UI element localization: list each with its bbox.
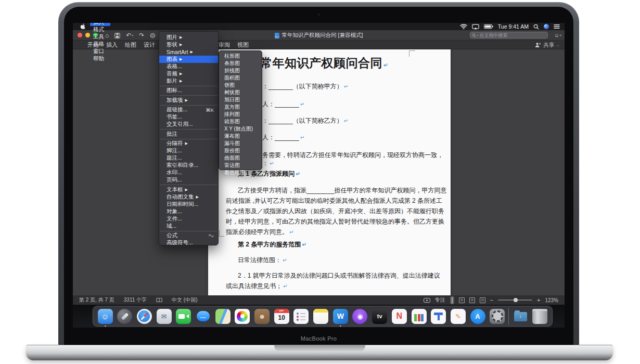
menu-item-add-ins[interactable]: 加载项 ▶ bbox=[159, 97, 218, 104]
menu-item-text-box[interactable]: 文本框 ▶ bbox=[159, 186, 218, 193]
submenu-item-funnel-chart[interactable]: 漏斗图 bbox=[219, 140, 262, 147]
messages-icon[interactable]: … bbox=[195, 308, 211, 324]
menu-window[interactable]: 窗口 bbox=[90, 48, 110, 55]
menu-item-object[interactable]: 对象... bbox=[159, 208, 218, 215]
mail-icon[interactable]: ✉ bbox=[156, 308, 172, 324]
menu-item-chart[interactable]: 图表 ▶ bbox=[159, 56, 218, 63]
submenu-item-area-chart[interactable]: 面积图 bbox=[219, 74, 262, 82]
submenu-item-column-chart[interactable]: 柱形图 bbox=[219, 53, 262, 60]
launchpad-icon[interactable] bbox=[117, 308, 133, 324]
menu-item-file[interactable]: 文件... bbox=[159, 215, 218, 223]
menu-item-advanced-symbol[interactable]: 高级符号... bbox=[159, 239, 218, 246]
trash-icon[interactable] bbox=[532, 308, 548, 324]
menu-item-equation[interactable]: 公式 ^= bbox=[159, 232, 218, 239]
document-search-field[interactable]: ▾ bbox=[470, 32, 548, 38]
document-canvas[interactable]: 常年知识产权顾问合同↵：_______（以下简称甲方）↵人：_______↵：_… bbox=[73, 49, 565, 295]
notification-center-icon[interactable] bbox=[554, 24, 560, 29]
apple-menu-icon[interactable] bbox=[78, 23, 88, 30]
submenu-item-line-chart[interactable]: 折线图 bbox=[219, 67, 262, 74]
menu-item-shapes[interactable]: 形状 ▶ bbox=[159, 41, 218, 48]
menu-tools[interactable]: 工具 bbox=[90, 33, 110, 41]
menu-item-audio[interactable]: 音频 ▶ bbox=[159, 70, 218, 77]
downloads-icon[interactable]: ↓ bbox=[512, 308, 529, 324]
menu-item-watermark[interactable]: 水印... bbox=[159, 169, 218, 176]
print-layout-view-button[interactable] bbox=[450, 296, 454, 304]
focus-mode-icon[interactable] bbox=[424, 298, 430, 303]
finder-icon[interactable]: ☺ bbox=[97, 308, 113, 324]
submenu-item-xy-scatter-chart[interactable]: X Y (散点图) bbox=[219, 125, 262, 133]
menu-format[interactable]: 格式 bbox=[90, 26, 110, 33]
menu-item-smartart[interactable]: SmartArt ▶ bbox=[159, 48, 218, 56]
app-store-icon[interactable]: A bbox=[469, 308, 486, 324]
menubar-clock[interactable]: Tue 9:41 AM bbox=[498, 23, 529, 30]
tab-design[interactable]: 设计 bbox=[144, 41, 155, 49]
numbers-icon[interactable] bbox=[411, 308, 427, 324]
spotlight-search-icon[interactable] bbox=[533, 24, 539, 30]
submenu-item-filled-map-chart[interactable]: 着色地图 bbox=[219, 169, 262, 176]
menu-item-autotext[interactable]: 自动图文集 ▶ bbox=[159, 193, 218, 201]
reminders-icon[interactable] bbox=[293, 308, 310, 324]
photos-icon[interactable] bbox=[234, 308, 251, 324]
pages-icon[interactable]: ✎ bbox=[450, 308, 466, 324]
submenu-item-bar-chart[interactable]: 条形图 bbox=[219, 60, 262, 67]
news-icon[interactable]: N bbox=[391, 308, 407, 324]
search-input[interactable] bbox=[480, 33, 546, 38]
menu-item-break[interactable]: 分隔符 ▶ bbox=[159, 140, 218, 147]
minimize-button[interactable] bbox=[85, 33, 90, 37]
submenu-item-waterfall-chart[interactable]: 瀑布图 bbox=[219, 133, 262, 140]
focus-mode-label[interactable]: 专注 bbox=[435, 296, 445, 304]
notes-icon[interactable] bbox=[313, 308, 329, 324]
menu-item-footnote[interactable]: 脚注... bbox=[159, 147, 218, 154]
feedback-smiley-button[interactable]: ☺ ▾ bbox=[554, 32, 561, 38]
undo-button[interactable]: ↶▾ bbox=[126, 32, 133, 38]
menu-item-comment[interactable]: 批注 bbox=[159, 131, 218, 138]
undo-caret-icon[interactable]: ▾ bbox=[132, 34, 133, 37]
menu-help[interactable]: 帮助 bbox=[90, 55, 110, 62]
submenu-item-radar-chart[interactable]: 雷达图 bbox=[219, 162, 262, 169]
menu-item-cross-reference[interactable]: 交叉引用... bbox=[159, 121, 218, 128]
zoom-slider[interactable] bbox=[498, 300, 532, 301]
battery-icon[interactable] bbox=[484, 24, 493, 29]
draft-view-button[interactable] bbox=[480, 297, 485, 303]
save-button[interactable] bbox=[114, 33, 120, 38]
share-button[interactable]: 共享 ⌄ bbox=[535, 41, 559, 49]
zoom-level[interactable]: 123% bbox=[545, 297, 558, 303]
submenu-item-sunburst-chart[interactable]: 旭日图 bbox=[219, 96, 262, 103]
zoom-slider-thumb[interactable] bbox=[514, 298, 518, 302]
system-preferences-icon[interactable] bbox=[489, 308, 506, 324]
submenu-item-histogram-chart[interactable]: 直方图 bbox=[219, 103, 262, 111]
menu-item-date-time[interactable]: 日期和时间... bbox=[159, 201, 218, 208]
page-indicator[interactable]: 第 2 页, 共 7 页 bbox=[79, 296, 114, 304]
menu-item-page-numbers[interactable]: 页码... bbox=[159, 176, 218, 184]
tab-draw[interactable]: 绘图 bbox=[125, 41, 136, 49]
submenu-item-treemap-chart[interactable]: 树状图 bbox=[219, 89, 262, 96]
menu-item-movie[interactable]: 影片 ▶ bbox=[159, 77, 218, 85]
facetime-icon[interactable] bbox=[175, 308, 192, 324]
wifi-icon[interactable] bbox=[460, 24, 467, 30]
tab-review[interactable]: 审阅 bbox=[219, 41, 230, 49]
siri-icon[interactable] bbox=[544, 24, 549, 29]
menu-item-caption[interactable]: 题注... bbox=[159, 154, 218, 162]
language-indicator[interactable]: 中文 (中国) bbox=[172, 296, 197, 304]
menu-table[interactable]: 表格 bbox=[90, 41, 110, 48]
screen-mirroring-icon[interactable] bbox=[472, 24, 479, 30]
print-button[interactable] bbox=[150, 33, 156, 38]
menu-item-bookmark[interactable]: 书签... bbox=[159, 113, 218, 121]
word-count[interactable]: 3311 个字 bbox=[124, 296, 147, 304]
submenu-item-surface-chart[interactable]: 曲面图 bbox=[219, 154, 262, 162]
proofing-book-icon[interactable] bbox=[156, 297, 162, 303]
close-button[interactable] bbox=[78, 33, 82, 37]
menu-item-table[interactable]: 表格... bbox=[159, 63, 218, 70]
keynote-icon[interactable] bbox=[430, 308, 447, 324]
zoom-in-button[interactable]: + bbox=[537, 297, 540, 303]
menu-item-icons[interactable]: 图标... bbox=[159, 87, 218, 94]
menu-item-index-tables[interactable]: 索引和目录... bbox=[159, 162, 218, 169]
submenu-item-pie-chart[interactable]: 饼图 bbox=[219, 82, 262, 89]
contacts-icon[interactable]: ☻ bbox=[254, 308, 271, 324]
podcasts-icon[interactable]: ◉ bbox=[352, 308, 368, 324]
submenu-item-pareto-chart[interactable]: 排列图 bbox=[219, 111, 262, 118]
submenu-item-box-whisker-chart[interactable]: 箱形图 bbox=[219, 118, 262, 125]
maps-icon[interactable] bbox=[214, 308, 231, 324]
menu-item-field[interactable]: 域... bbox=[159, 223, 218, 230]
menu-item-picture[interactable]: 图片 ▶ bbox=[159, 34, 218, 41]
